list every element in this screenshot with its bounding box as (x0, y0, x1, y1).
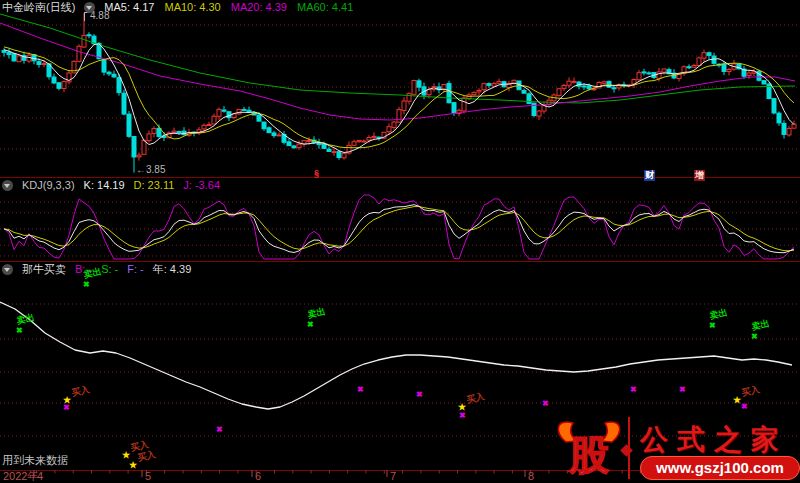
indicator-dropdown-icon[interactable] (84, 2, 95, 13)
signal-indicator-title: 那牛买卖 (22, 263, 66, 275)
watermark-brand: 公式之家 (640, 421, 788, 459)
ma-value-labels: MA5: 4.17MA10: 4.30MA20: 4.39MA60: 4.41 (104, 1, 353, 13)
signal-dot-marker: ✖ (630, 386, 637, 394)
main-chart-header: 中金岭南(日线) MA5: 4.17MA10: 4.30MA20: 4.39MA… (2, 1, 353, 13)
axis-month-label: 4 (37, 470, 43, 482)
signal-dot-marker: ✖ (357, 386, 364, 394)
buy-signal-marker: ★ (122, 451, 130, 460)
sell-signal-marker: ✖ (751, 333, 758, 341)
watermark-url: www.gszj100.com (640, 456, 800, 480)
buy-signal-marker: ★ (129, 461, 137, 470)
kdj-title: KDJ(9,3,3) (22, 179, 75, 191)
kdj-j-value: J: -3.64 (183, 179, 220, 191)
ma20-label: MA20: 4.39 (231, 1, 287, 13)
ma60-label: MA60: 4.41 (297, 1, 353, 13)
signal-dot-marker: ✖ (63, 404, 70, 412)
sell-signal-marker: ✖ (307, 321, 314, 329)
axis-month-label: 6 (255, 470, 261, 482)
kdj-j-line (4, 195, 794, 259)
signal-dot-marker: ✖ (542, 400, 549, 408)
low-price-annotation: ←3.85 (136, 165, 165, 175)
kdj-d-value: D: 23.11 (134, 179, 175, 191)
bull-logo-icon: 股 (552, 415, 626, 483)
signal-f-value: F: - (127, 263, 144, 275)
bull-character: 股 (568, 431, 609, 478)
axis-month-label: 5 (145, 470, 151, 482)
indicator-dropdown-icon[interactable] (2, 180, 13, 191)
future-data-warning: 用到未来数据 (2, 453, 68, 468)
ma10-label: MA10: 4.30 (164, 1, 220, 13)
watermark: 股 公式之家 www.gszj100.com (552, 415, 800, 483)
sell-signal-marker: ✖ (16, 327, 23, 335)
signal-dot-marker: ✖ (741, 403, 748, 411)
ma20-line (0, 23, 795, 120)
sell-signal-marker: ✖ (709, 322, 716, 330)
axis-month-label: 7 (390, 470, 396, 482)
signal-dot-marker: ✖ (416, 391, 423, 399)
signal-year-value: 年: 4.39 (153, 263, 192, 275)
axis-month-label: 8 (528, 470, 534, 482)
sell-signal-marker: ✖ (83, 281, 90, 289)
stock-chart-window: 中金岭南(日线) MA5: 4.17MA10: 4.30MA20: 4.39MA… (0, 0, 800, 483)
signal-indicator-line (0, 302, 792, 409)
kdj-k-line (4, 205, 794, 253)
kdj-k-value: K: 14.19 (84, 179, 125, 191)
indicator-dropdown-icon[interactable] (2, 264, 13, 275)
signal-dot-marker: ✖ (679, 386, 686, 394)
event-flag[interactable]: 增 (694, 170, 705, 181)
signal-dot-marker: ✖ (216, 426, 223, 434)
event-flag[interactable]: § (313, 168, 320, 179)
chart-canvas[interactable] (0, 0, 800, 483)
signal-s-value: S: - (101, 263, 118, 275)
signal-dot-marker: ✖ (459, 412, 466, 420)
ma5-label: MA5: 4.17 (104, 1, 154, 13)
kdj-d-line (4, 207, 794, 251)
buy-signal-marker: ★ (733, 396, 741, 405)
event-flag[interactable]: 财 (644, 170, 655, 181)
axis-year-label: 2022年 (3, 470, 38, 482)
kdj-header: KDJ(9,3,3) K: 14.19 D: 23.11 J: -3.64 (2, 179, 220, 191)
symbol-title: 中金岭南(日线) (2, 1, 75, 13)
high-point-bracket-icon (84, 12, 89, 21)
